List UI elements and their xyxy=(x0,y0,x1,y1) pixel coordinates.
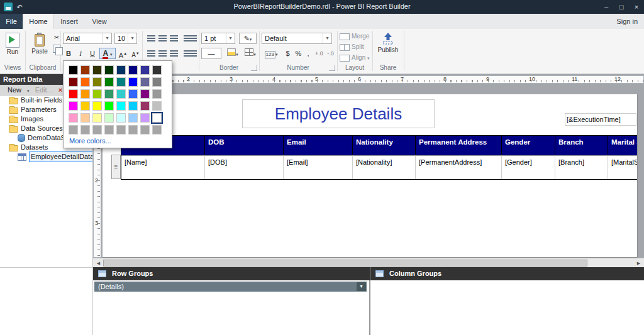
table-header-cell-gender[interactable]: Gender xyxy=(502,136,555,155)
font-size-select[interactable]: 10 ▾ xyxy=(114,33,137,44)
color-swatch[interactable] xyxy=(92,77,102,87)
scroll-left-icon[interactable]: ◀ xyxy=(94,260,103,266)
font-color-button[interactable]: A ▾ xyxy=(99,48,116,59)
color-swatch[interactable] xyxy=(104,101,114,111)
table-data-cell-email[interactable]: [Email] xyxy=(284,155,353,179)
pane-divider[interactable] xyxy=(370,267,370,335)
number-format-select[interactable]: Default ▾ xyxy=(262,33,332,44)
color-swatch[interactable] xyxy=(69,65,78,75)
shrink-font-button[interactable]: A▼ xyxy=(130,48,142,59)
color-swatch[interactable] xyxy=(128,65,138,75)
color-swatch[interactable] xyxy=(69,89,78,99)
tab-home[interactable]: Home xyxy=(23,14,54,29)
color-swatch[interactable] xyxy=(116,89,126,99)
row-handle[interactable]: ≡ xyxy=(111,155,121,179)
color-swatch[interactable] xyxy=(92,89,102,99)
color-swatch[interactable] xyxy=(140,125,150,135)
table-header-cell-email[interactable]: Email xyxy=(284,136,353,155)
close-button[interactable]: × xyxy=(629,0,644,14)
color-swatch[interactable] xyxy=(80,65,90,75)
run-button[interactable]: Run xyxy=(1,31,24,62)
number-list-button[interactable] xyxy=(187,48,198,60)
grow-font-button[interactable]: A▲ xyxy=(117,48,129,59)
color-swatch[interactable] xyxy=(80,113,90,123)
color-swatch[interactable] xyxy=(92,125,102,135)
table-data-cell-name[interactable]: [Name] xyxy=(121,155,205,179)
table-data-cell-gender[interactable]: [Gender] xyxy=(502,155,555,179)
table-data-cell-branch[interactable]: [Branch] xyxy=(555,155,608,179)
color-swatch[interactable] xyxy=(128,77,138,87)
color-swatch[interactable] xyxy=(92,65,102,75)
border-dialog-launcher[interactable] xyxy=(251,65,257,71)
new-button[interactable]: New ▾ xyxy=(4,86,30,94)
color-swatch[interactable] xyxy=(92,101,102,111)
italic-button[interactable]: I xyxy=(75,48,86,59)
color-swatch[interactable] xyxy=(140,77,150,87)
chevron-down-icon[interactable]: ▾ xyxy=(128,33,136,43)
chevron-down-icon[interactable]: ▾ xyxy=(357,282,366,291)
border-color-button[interactable]: ✎▾ xyxy=(239,33,257,44)
color-swatch[interactable] xyxy=(69,125,78,135)
cut-button[interactable]: ✂ xyxy=(52,31,62,43)
table-data-cell-permanent-address[interactable]: [PermanentAddress] xyxy=(416,155,502,179)
color-swatch[interactable] xyxy=(116,77,126,87)
color-swatch[interactable] xyxy=(128,89,138,99)
color-swatch[interactable] xyxy=(92,113,102,123)
color-swatch[interactable] xyxy=(128,113,138,123)
underline-button[interactable]: U xyxy=(87,48,98,59)
chevron-down-icon[interactable]: ▾ xyxy=(27,89,30,93)
color-swatch[interactable] xyxy=(80,101,90,111)
align-middle-button[interactable] xyxy=(157,33,168,45)
border-style-button[interactable]: — xyxy=(201,48,221,59)
align-menu-button[interactable]: Align ▾ xyxy=(340,53,371,62)
color-swatch[interactable] xyxy=(140,101,150,111)
publish-button[interactable]: Publish xyxy=(375,30,401,63)
paste-button[interactable]: Paste xyxy=(28,31,52,62)
chevron-down-icon[interactable]: ▾ xyxy=(323,33,331,43)
align-left-button[interactable] xyxy=(146,48,157,60)
border-width-select[interactable]: 1 pt ▾ xyxy=(201,33,235,44)
delete-button[interactable]: × xyxy=(58,86,62,94)
color-swatch[interactable] xyxy=(80,77,90,87)
color-swatch[interactable] xyxy=(140,89,150,99)
minimize-button[interactable]: – xyxy=(599,0,614,14)
color-swatch[interactable] xyxy=(152,113,162,123)
number-dialog-launcher[interactable] xyxy=(329,65,335,71)
color-swatch[interactable] xyxy=(152,65,162,75)
align-center-button[interactable] xyxy=(157,48,168,60)
color-swatch[interactable] xyxy=(152,89,162,99)
horizontal-scrollbar[interactable]: ◀ ▶ xyxy=(93,258,644,267)
color-swatch[interactable] xyxy=(116,125,126,135)
number-style-button[interactable]: 123▾ xyxy=(262,48,280,59)
table-header-cell-dob[interactable]: DOB xyxy=(205,136,284,155)
table-header-cell-branch[interactable]: Branch xyxy=(555,136,608,155)
chevron-down-icon[interactable]: ▾ xyxy=(110,52,113,57)
color-swatch[interactable] xyxy=(80,89,90,99)
color-swatch[interactable] xyxy=(116,101,126,111)
color-swatch[interactable] xyxy=(140,113,150,123)
fill-color-button[interactable]: ▾ xyxy=(224,48,242,59)
execution-time-textbox[interactable]: [&ExecutionTime] xyxy=(565,113,636,126)
percent-button[interactable]: % xyxy=(294,48,303,59)
copy-button[interactable] xyxy=(52,43,62,54)
table-data-cell-marital-status[interactable]: [MaritalStatus] xyxy=(608,155,638,179)
color-swatch[interactable] xyxy=(152,77,162,87)
color-swatch[interactable] xyxy=(128,101,138,111)
report-canvas[interactable]: Employee Details [&ExecutionTime] NameDO… xyxy=(103,94,638,258)
color-swatch[interactable] xyxy=(69,77,78,87)
split-button[interactable]: Split xyxy=(340,42,371,52)
color-swatch[interactable] xyxy=(104,77,114,87)
scroll-right-icon[interactable]: ▶ xyxy=(635,260,643,266)
color-swatch[interactable] xyxy=(104,65,114,75)
report-title-textbox[interactable]: Employee Details xyxy=(242,99,435,128)
decrease-decimal-button[interactable]: -.0 xyxy=(325,48,336,59)
restore-button[interactable]: □ xyxy=(614,0,629,14)
merge-button[interactable]: Merge xyxy=(340,31,371,41)
more-colors-link[interactable]: More colors... xyxy=(69,137,111,145)
borders-button[interactable]: ▾ xyxy=(243,48,258,59)
comma-button[interactable]: , xyxy=(304,48,312,59)
color-swatch[interactable] xyxy=(152,101,162,111)
table-header-cell-permanent-address[interactable]: Permanent Address xyxy=(416,136,502,155)
color-swatch[interactable] xyxy=(69,101,78,111)
color-swatch[interactable] xyxy=(69,113,78,123)
